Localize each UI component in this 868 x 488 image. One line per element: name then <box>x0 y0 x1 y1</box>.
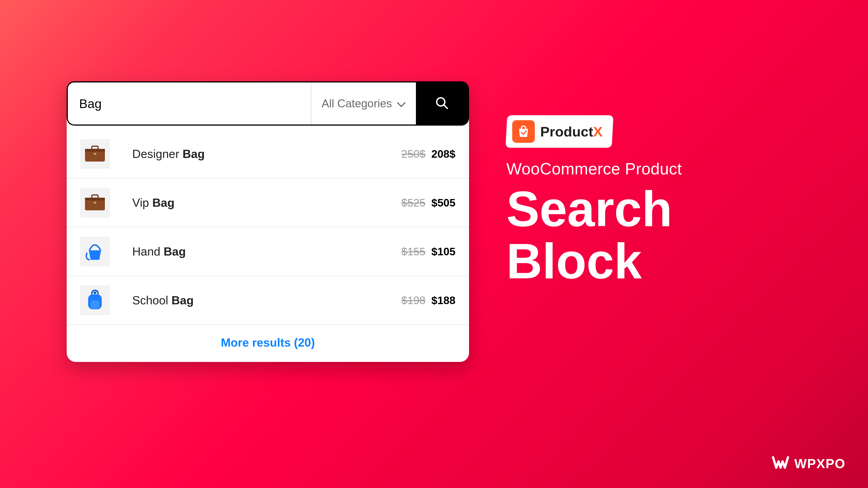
results-list: Designer Bag 250$ 208$ Vip Bag $525 <box>67 126 469 324</box>
old-price: $198 <box>401 294 426 306</box>
productx-badge: ProductX <box>505 115 613 148</box>
new-price: 208$ <box>431 148 456 160</box>
product-prices: $155 $105 <box>401 246 456 258</box>
result-item[interactable]: School Bag $198 $188 <box>67 275 469 324</box>
badge-label: ProductX <box>540 124 602 140</box>
search-button[interactable] <box>416 83 468 125</box>
old-price: $525 <box>401 197 426 209</box>
result-item[interactable]: Designer Bag 250$ 208$ <box>67 126 469 178</box>
hero-subtitle: WooCommerce Product <box>506 160 823 178</box>
category-label: All Categories <box>322 97 392 110</box>
product-thumb <box>80 286 110 315</box>
footer-logo: WPXPO <box>772 455 845 472</box>
briefcase-icon <box>84 145 106 162</box>
search-panel: All Categories Designer Bag <box>67 81 469 362</box>
result-item[interactable]: Hand Bag $155 $105 <box>67 227 469 275</box>
wpxpo-mark-icon <box>772 455 789 472</box>
old-price: 250$ <box>401 148 426 160</box>
backpack-icon <box>86 289 104 311</box>
more-results-link[interactable]: More results (20) <box>221 336 315 349</box>
search-bar: All Categories <box>67 81 469 126</box>
footer-logo-text: WPXPO <box>794 456 845 471</box>
product-thumb <box>80 237 110 266</box>
shopping-bag-icon <box>512 120 535 143</box>
new-price: $188 <box>431 294 456 306</box>
product-name: Designer Bag <box>110 147 401 161</box>
hero-text: ProductX WooCommerce Product Search Bloc… <box>506 115 823 287</box>
search-icon <box>435 96 449 111</box>
new-price: $505 <box>431 197 456 209</box>
more-results-row: More results (20) <box>67 324 469 362</box>
svg-rect-9 <box>94 202 96 203</box>
product-thumb <box>80 188 110 217</box>
result-item[interactable]: Vip Bag $525 $505 <box>67 178 469 227</box>
svg-rect-12 <box>94 292 96 294</box>
chevron-down-icon <box>397 97 405 110</box>
product-prices: $198 $188 <box>401 294 456 306</box>
product-name: Vip Bag <box>110 196 401 209</box>
product-prices: 250$ 208$ <box>401 148 456 160</box>
svg-line-1 <box>444 105 447 108</box>
category-dropdown[interactable]: All Categories <box>311 83 416 125</box>
old-price: $155 <box>401 246 426 258</box>
search-input[interactable] <box>68 83 311 125</box>
handbag-icon <box>85 241 105 262</box>
product-thumb <box>80 139 110 168</box>
product-prices: $525 $505 <box>401 197 456 209</box>
new-price: $105 <box>431 246 456 258</box>
svg-rect-5 <box>94 153 96 155</box>
briefcase-icon <box>84 194 106 211</box>
product-name: School Bag <box>110 293 401 307</box>
svg-rect-11 <box>90 300 99 309</box>
svg-rect-4 <box>92 146 98 149</box>
svg-rect-8 <box>92 195 98 198</box>
hero-title: Search Block <box>506 183 823 287</box>
product-name: Hand Bag <box>110 245 401 258</box>
